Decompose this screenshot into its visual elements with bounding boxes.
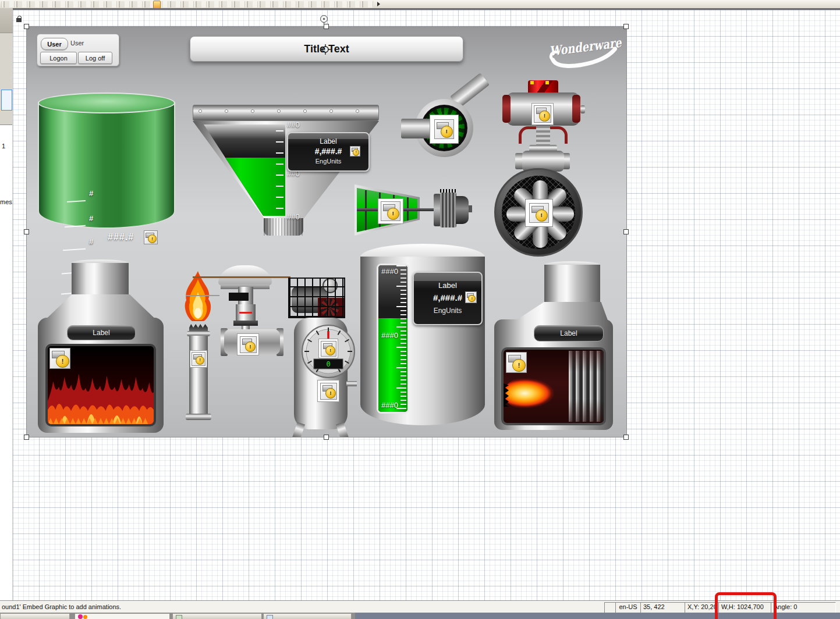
actuator-cap-right [572, 95, 580, 123]
selection-handle[interactable] [623, 229, 629, 234]
app-icon [176, 615, 182, 619]
animation-warning-icon [465, 291, 477, 303]
taskbar-button[interactable] [75, 613, 170, 619]
furnace-label-plate[interactable]: Label [67, 325, 136, 340]
selection-handle[interactable] [24, 24, 29, 29]
taskbar-button[interactable] [0, 613, 70, 619]
indicator-dot [530, 81, 534, 84]
animation-warning-icon [240, 336, 257, 353]
control-valve[interactable] [186, 262, 302, 361]
motor-drum [456, 196, 469, 224]
tick-label: # [89, 189, 93, 198]
flare-base [186, 414, 211, 420]
indicator-dot [545, 81, 549, 84]
tank-fitting [346, 381, 357, 386]
status-cursor-position: 35, 422 [640, 602, 686, 613]
screw-conveyor[interactable] [355, 180, 477, 244]
selection-handle[interactable] [24, 435, 29, 440]
scale-label: ##0 [287, 212, 300, 221]
application-window: 1 mes1 User User Logon Log off Title Tex… [0, 0, 840, 619]
status-locale: en-US [615, 602, 641, 613]
tank-value: ###.# [108, 232, 134, 243]
logon-button[interactable]: Logon [40, 52, 77, 64]
axial-fan[interactable] [494, 168, 583, 257]
hopper-ruler [276, 130, 283, 212]
embedded-graphic[interactable]: User User Logon Log off Title Text Wonde… [26, 26, 627, 437]
animation-warning-icon [506, 352, 527, 373]
hopper-value-panel[interactable]: Label #,###.# EngUnits [287, 132, 370, 172]
end-nub [580, 105, 585, 113]
selection-handle[interactable] [324, 435, 329, 440]
panel-label: Label [288, 137, 368, 145]
selection-handle[interactable] [24, 229, 29, 234]
rotation-handle[interactable] [320, 15, 328, 23]
gauge-readout: 0 [326, 360, 330, 368]
tick-label: # [89, 237, 93, 246]
selection-handle[interactable] [623, 24, 629, 29]
tank-leg [292, 422, 305, 437]
toolbar-highlight-icon[interactable] [153, 1, 161, 9]
left-dock-tree[interactable]: 1 mes1 [0, 124, 12, 601]
taskbar-button[interactable] [263, 613, 352, 619]
tick-label: # [89, 214, 93, 223]
compressor-cage [288, 278, 345, 318]
left-dock-selected-item[interactable] [1, 90, 12, 111]
green-tank[interactable]: # # # # # ###.# [38, 93, 175, 229]
selection-handle[interactable] [623, 435, 629, 440]
taskbar-button[interactable] [172, 613, 262, 619]
heater[interactable]: Label [494, 261, 613, 431]
toolbar-overflow-arrow-icon[interactable] [377, 2, 380, 6]
scale-label: ###0 [381, 267, 398, 276]
status-xy: X,Y: 20,20 [685, 602, 720, 613]
animation-warning-icon [49, 348, 70, 369]
status-message: ound1' Embed Graphic to add animations. [2, 603, 121, 610]
taskbar[interactable] [0, 613, 840, 619]
app-icon [83, 615, 87, 619]
user-tab-button[interactable]: User [41, 38, 68, 50]
actuated-valve[interactable] [499, 79, 586, 178]
selection-handle[interactable] [324, 24, 329, 29]
wonderware-logo: Wonderware Wonderware [547, 34, 627, 76]
tank-value-panel[interactable]: Label #,###.# EngUnits [413, 272, 483, 325]
left-dock-panel[interactable]: 1 mes1 [0, 8, 13, 600]
user-panel: User User Logon Log off [37, 34, 119, 66]
rotation-anchor-icon[interactable] [320, 44, 331, 55]
tube-shade [569, 351, 604, 422]
animation-warning-icon [321, 341, 336, 357]
actuator-cap-left [502, 95, 511, 123]
animation-warning-icon [350, 146, 360, 156]
animation-warning-icon [434, 119, 454, 139]
tank-top [38, 93, 175, 113]
svg-text:Wonderware: Wonderware [549, 35, 623, 59]
panel-units: EngUnits [288, 158, 368, 165]
toolbar[interactable] [0, 0, 840, 9]
motor-body [440, 193, 456, 227]
toolbar-icons [1, 1, 374, 8]
hopper[interactable]: ##0 ##0 ##0 Label #,###.# EngUnits [193, 105, 379, 239]
tree-item[interactable]: 1 [2, 143, 5, 150]
status-angle: Angle: 0 [771, 602, 836, 613]
burner-flame [504, 374, 570, 412]
storage-tank[interactable]: ###0 ###0 ###0 Label #,###.# EngUnits [360, 244, 485, 427]
logoff-button[interactable]: Log off [78, 52, 112, 64]
pump[interactable] [399, 91, 516, 166]
app-icon [78, 614, 83, 619]
panel-units: EngUnits [414, 307, 481, 315]
scale-label: ##0 [287, 120, 300, 129]
bolts [198, 109, 375, 114]
positioner-scale [239, 312, 252, 314]
heater-label-plate[interactable]: Label [534, 325, 604, 341]
tank-body [38, 102, 175, 229]
indicator-rod [193, 276, 290, 278]
furnace[interactable]: Label [38, 259, 164, 434]
hopper-band [193, 105, 379, 121]
scale-label: ###0 [381, 331, 398, 340]
hopper-window [204, 124, 285, 216]
lock-icon [16, 16, 22, 23]
hopper-fill [204, 158, 285, 216]
annotation-highlight-box [715, 592, 777, 619]
compressor[interactable]: 0 [288, 278, 361, 437]
yoke-band [233, 321, 258, 326]
tick-line [63, 248, 86, 251]
panel-gloss [414, 273, 481, 281]
